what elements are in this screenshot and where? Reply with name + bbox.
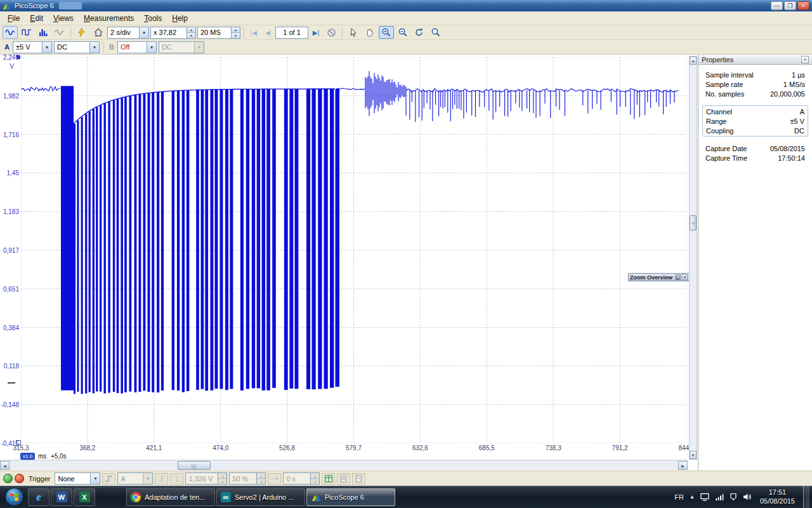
stepper-arrows-icon: ▴▾ [218,473,226,484]
vertical-scroll-thumb[interactable]: ≡ [690,215,697,231]
spectrum-view-button[interactable] [36,26,51,39]
chevron-down-icon: ▾ [147,42,156,53]
start-button[interactable] [5,488,23,506]
property-value: 1 MS/s [783,81,805,88]
picoscope-icon [311,492,321,502]
menu-views[interactable]: Views [48,12,79,25]
volume-icon[interactable] [743,493,752,501]
show-desktop-button[interactable] [803,486,809,508]
menu-file[interactable]: File [3,12,25,25]
chevron-down-icon: ▾ [143,473,152,484]
scroll-up-icon[interactable]: ▲ [690,57,697,65]
taskbar-button-arduino[interactable]: ∞Servo2 | Arduino ... [216,488,305,506]
property-value: ±5 V [790,117,804,125]
vertical-scrollbar[interactable]: ▲ ≡ ▼ [689,56,697,460]
home-button[interactable] [91,26,106,39]
channel-a-range-value: ±5 V [13,42,42,53]
trigger-source-select: A ▾ [117,472,153,485]
next-capture-button[interactable]: ▶| [310,27,322,39]
channel-a-label: A [4,43,10,51]
property-row: Sample rate1 MS/s [702,79,808,89]
minimize-button[interactable]: — [771,1,783,10]
zoom-overview-pin-button[interactable]: ◱ [675,274,681,280]
menu-help[interactable]: Help [167,12,193,25]
timebase-select[interactable]: 2 s/div ▾ [107,27,149,39]
language-indicator[interactable]: FR [674,493,684,501]
zoom-overview-panel[interactable]: Zoom Overview ◱ × [628,273,690,281]
scope-plot[interactable] [21,57,686,443]
property-value: 05/08/2015 [770,145,805,152]
trigger-edge-icon [102,473,115,485]
taskbar-button-word[interactable]: W [51,488,72,506]
taskbar-button-internet-explorer[interactable]: e [28,488,49,506]
scope-view-button[interactable] [3,26,18,39]
property-value: 20,000,005 [770,90,805,98]
stepper-arrows-icon[interactable]: ▴▾ [231,27,240,38]
taskbar-button-excel[interactable]: X [74,488,95,506]
hand-tool-button[interactable] [362,26,377,39]
channel-a-range-select[interactable]: ±5 V ▾ [13,41,52,53]
menu-tools[interactable]: Tools [139,12,167,25]
zoom-factor-stepper[interactable]: x 37,82 ▴▾ [150,27,196,39]
network-icon[interactable] [715,493,724,501]
hidden-icons-arrow-icon[interactable]: ▲ [690,494,695,500]
trigger-mode-value: None [55,473,90,484]
menu-measurements[interactable]: Measurements [79,12,139,25]
maximize-button[interactable]: ❐ [784,1,796,10]
delete-measurement-icon [352,473,365,485]
x-tick-label: 421,1 [146,444,162,451]
scroll-left-icon[interactable]: ◀ [0,461,10,470]
channel-a-coupling-select[interactable]: DC ▾ [54,41,100,53]
horizontal-scrollbar[interactable]: ◀ ||| ▶ [0,460,688,470]
property-label: No. samples [705,90,744,98]
taskbar-button-label: PicoScope 6 [325,493,364,501]
start-capture-button[interactable] [3,474,13,483]
normal-cursor-tool-button[interactable] [346,26,361,39]
time-offset-label: +5,0s [51,453,67,460]
xy-view-button[interactable] [19,26,34,39]
close-button[interactable]: × [797,1,809,10]
y-tick-label: 0,384 [0,324,19,331]
zoom-full-button[interactable] [428,26,443,39]
property-row: Capture Date05/08/2015 [702,144,808,153]
trigger-level-stepper: 1,326 V ▴▾ [185,472,227,485]
display-icon[interactable] [700,493,709,501]
sample-count-stepper[interactable]: 20 MS ▴▾ [197,27,240,39]
undo-zoom-button[interactable] [412,26,427,39]
persistence-view-button[interactable] [52,26,67,39]
zoom-overview-title: Zoom Overview [630,274,674,281]
first-capture-button[interactable]: |◀ [247,27,260,39]
zoom-overview-close-button[interactable]: × [682,274,688,280]
taskbar-button-label: Servo2 | Arduino ... [235,493,294,501]
title-bar[interactable]: PicoScope 6 — ❐ × [0,0,812,11]
zoom-out-tool-button[interactable] [395,26,410,39]
taskbar-button-chrome[interactable]: Adaptation de ten... [126,488,215,506]
property-value: A [800,108,804,116]
stepper-arrows-icon[interactable]: ▴▾ [187,27,195,38]
properties-close-button[interactable]: × [801,56,809,64]
buffer-navigator-button[interactable] [324,26,339,39]
action-center-icon[interactable] [730,493,737,501]
trigger-mode-select[interactable]: None ▾ [55,472,100,485]
scroll-down-icon[interactable]: ▼ [690,451,697,459]
channel-a-ground-marker[interactable] [8,382,15,384]
previous-capture-button[interactable]: ◀ [261,27,274,39]
menu-edit[interactable]: Edit [25,12,48,25]
trigger-delay-icon [268,473,281,485]
y-tick-label: -0,148 [0,401,19,408]
measurements-grid-icon[interactable] [322,473,335,485]
taskbar-button-picoscope[interactable]: PicoScope 6 [306,488,395,506]
auto-setup-button[interactable] [74,26,89,39]
chevron-down-icon: ▾ [42,42,51,53]
taskbar-clock[interactable]: 17:51 05/08/2015 [757,488,797,506]
horizontal-scroll-thumb[interactable]: ||| [178,461,211,470]
properties-header[interactable]: Properties × [698,55,812,65]
scroll-right-icon[interactable]: ▶ [678,461,688,470]
y-tick-label: 1,982 [0,93,19,100]
zoom-in-tool-button[interactable] [379,26,394,39]
stop-capture-button[interactable] [15,474,24,483]
channel-b-range-select[interactable]: Off ▾ [117,41,157,53]
trigger-label: Trigger [29,475,50,483]
property-label: Capture Time [705,154,747,162]
x-tick-label: 474,0 [213,444,228,451]
